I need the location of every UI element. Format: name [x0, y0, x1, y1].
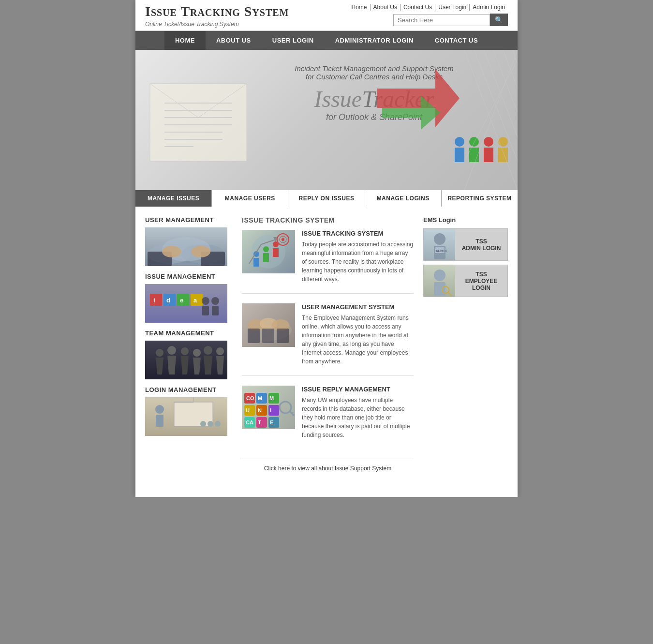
- svg-text:i: i: [153, 297, 155, 304]
- svg-marker-53: [193, 358, 201, 374]
- top-link-home[interactable]: Home: [349, 4, 371, 11]
- svg-marker-9: [377, 69, 460, 127]
- article-title-1: USER MANAGEMENT SYSTEM: [302, 303, 414, 311]
- main-content: USER MANAGEMENT: [145, 216, 508, 472]
- svg-point-69: [263, 246, 269, 252]
- tab-reporting[interactable]: REPORTING SYSTEM: [442, 190, 518, 207]
- svg-text:CA: CA: [246, 419, 253, 425]
- article-item-1: USER MANAGEMENT SYSTEM The Employee Mana…: [242, 303, 414, 376]
- sidebar-img-issue-mgmt: i d e a: [145, 284, 227, 323]
- tab-manage-users[interactable]: MANAGE USERS: [212, 190, 288, 207]
- ems-admin-icon: ADMIN: [424, 229, 455, 260]
- top-bar: Issue Tracking System Online Ticket/Issu…: [135, 0, 518, 31]
- article-body-2: ISSUE REPLY MANAGEMENT Many UW employees…: [302, 386, 414, 439]
- ems-employee-login-button[interactable]: TSSEMPLOYEELOGIN: [423, 265, 508, 297]
- svg-rect-72: [273, 248, 279, 257]
- svg-text:M: M: [258, 395, 262, 401]
- svg-point-56: [216, 347, 224, 355]
- sidebar-section-issue-mgmt: ISSUE MANAGEMENT: [145, 273, 232, 280]
- svg-point-76: [282, 238, 284, 241]
- svg-rect-58: [174, 402, 213, 426]
- svg-rect-83: [277, 329, 289, 343]
- right-sidebar: EMS Login ADMIN: [423, 216, 508, 472]
- sidebar-img-user-mgmt: [145, 227, 227, 266]
- svg-rect-45: [212, 306, 219, 315]
- ems-admin-label: TSSADMIN LOGIN: [455, 236, 507, 254]
- top-link-adminlogin[interactable]: Admin Login: [470, 4, 508, 11]
- left-sidebar: USER MANAGEMENT: [145, 216, 232, 472]
- svg-marker-55: [204, 356, 212, 374]
- nav-contact[interactable]: CONTACT US: [424, 31, 489, 50]
- svg-marker-57: [216, 356, 224, 374]
- svg-point-33: [191, 246, 210, 257]
- svg-rect-0: [150, 84, 247, 161]
- svg-point-65: [215, 421, 221, 427]
- ems-login-title: EMS Login: [423, 216, 508, 224]
- sidebar-section-user-mgmt: USER MANAGEMENT: [145, 216, 232, 224]
- nav-adminlogin[interactable]: ADMINISTRATOR LOGIN: [325, 31, 424, 50]
- svg-point-54: [204, 346, 212, 355]
- hero-pattern-icon: [464, 50, 518, 190]
- svg-point-64: [208, 421, 213, 427]
- svg-text:d: d: [166, 297, 170, 304]
- svg-rect-82: [262, 329, 274, 343]
- hero-arrows-icon: [372, 60, 460, 147]
- svg-marker-51: [181, 356, 189, 374]
- tab-reply-issues[interactable]: REPLY ON ISSUES: [288, 190, 365, 207]
- svg-text:a: a: [193, 297, 197, 304]
- svg-point-32: [162, 246, 181, 257]
- hero-envelope-icon: [145, 55, 271, 176]
- top-right-area: Home About Us Contact Us User Login Admi…: [349, 4, 508, 26]
- search-box: 🔍: [393, 14, 508, 26]
- center-content: ISSUE TRACKING SYSTEM: [242, 216, 414, 472]
- svg-point-52: [193, 349, 201, 357]
- article-img-2: CO M M U N I: [242, 386, 295, 429]
- top-link-contact[interactable]: Contact Us: [401, 4, 435, 11]
- article-body-1: USER MANAGEMENT SYSTEM The Employee Mana…: [302, 303, 414, 366]
- view-all-link[interactable]: Click here to view all about Issue Suppo…: [242, 459, 414, 472]
- svg-text:CO: CO: [246, 395, 254, 401]
- svg-marker-47: [156, 358, 163, 374]
- content-tabs: MANAGE ISSUES MANAGE USERS REPLY ON ISSU…: [135, 190, 518, 207]
- svg-rect-43: [202, 306, 209, 315]
- svg-rect-34: [150, 294, 162, 306]
- svg-point-44: [211, 297, 219, 305]
- top-link-userlogin[interactable]: User Login: [435, 4, 470, 11]
- article-text-0: Today people are accustomed to accessing…: [302, 240, 414, 284]
- sidebar-img-team-mgmt: [145, 341, 227, 379]
- svg-text:U: U: [246, 407, 250, 413]
- search-input[interactable]: [393, 14, 490, 26]
- ems-admin-login-button[interactable]: ADMIN TSSADMIN LOGIN: [423, 228, 508, 261]
- svg-point-50: [181, 347, 189, 355]
- svg-text:T: T: [258, 419, 261, 425]
- sidebar-img-login-mgmt: [145, 397, 227, 436]
- site-title[interactable]: Issue Tracking System: [145, 4, 289, 19]
- svg-rect-62: [156, 415, 163, 427]
- nav-about[interactable]: ABOUT US: [206, 31, 262, 50]
- svg-text:N: N: [258, 407, 262, 413]
- site-subtitle: Online Ticket/Issue Tracking System: [145, 21, 239, 28]
- article-body-0: ISSUE TRACKING SYSTEM Today people are a…: [302, 230, 414, 284]
- search-button[interactable]: 🔍: [490, 14, 508, 26]
- svg-point-11: [455, 137, 464, 147]
- svg-rect-68: [253, 258, 259, 267]
- main-nav: HOME ABOUT US USER LOGIN ADMINISTRATOR L…: [135, 31, 518, 50]
- tab-manage-logins[interactable]: MANAGE LOGINS: [365, 190, 442, 207]
- top-link-about[interactable]: About Us: [371, 4, 401, 11]
- top-links: Home About Us Contact Us User Login Admi…: [349, 4, 508, 11]
- svg-text:I: I: [270, 407, 271, 413]
- ems-employee-label: TSSEMPLOYEELOGIN: [455, 269, 507, 293]
- svg-rect-81: [248, 329, 260, 343]
- tab-manage-issues[interactable]: MANAGE ISSUES: [135, 190, 212, 207]
- hero-banner: Incident Ticket Management and Support S…: [135, 50, 518, 190]
- svg-text:E: E: [270, 419, 273, 425]
- article-img-0: [242, 230, 295, 273]
- svg-point-63: [200, 421, 206, 427]
- sidebar-section-login-mgmt: LOGIN MANAGEMENT: [145, 386, 232, 393]
- article-text-1: The Employee Management System runs onli…: [302, 314, 414, 366]
- article-title-0: ISSUE TRACKING SYSTEM: [302, 230, 414, 237]
- svg-point-48: [167, 346, 176, 355]
- nav-home[interactable]: HOME: [164, 31, 206, 50]
- svg-rect-111: [434, 282, 445, 296]
- nav-userlogin[interactable]: USER LOGIN: [262, 31, 325, 50]
